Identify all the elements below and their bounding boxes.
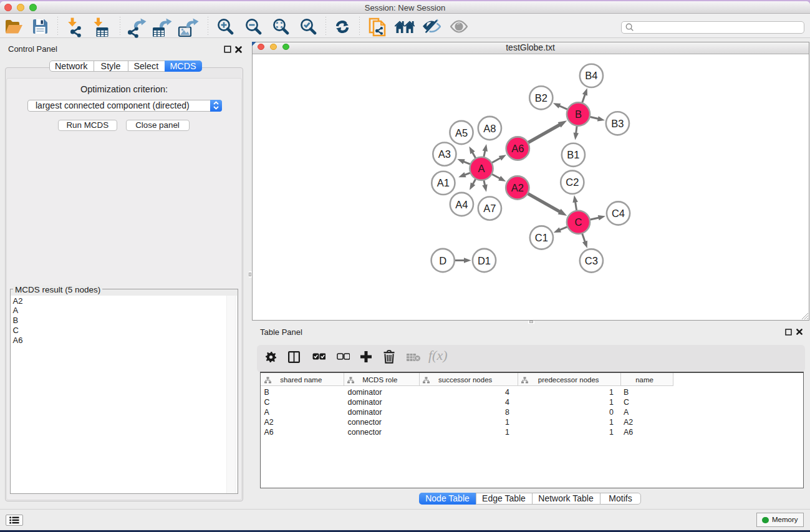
svg-text:A: A xyxy=(478,163,485,174)
svg-text:A7: A7 xyxy=(483,203,496,214)
svg-text:B: B xyxy=(574,109,581,120)
svg-text:C2: C2 xyxy=(566,177,579,188)
svg-text:A1: A1 xyxy=(436,177,449,188)
svg-text:A3: A3 xyxy=(438,148,450,160)
svg-text:A6: A6 xyxy=(511,143,524,154)
svg-text:B3: B3 xyxy=(611,118,624,129)
svg-text:A5: A5 xyxy=(455,127,467,138)
svg-text:A2: A2 xyxy=(511,182,523,193)
svg-text:C1: C1 xyxy=(534,232,547,243)
svg-text:D1: D1 xyxy=(477,255,490,266)
svg-text:A8: A8 xyxy=(483,123,496,134)
svg-text:C: C xyxy=(574,216,582,228)
svg-text:B4: B4 xyxy=(585,70,597,81)
svg-text:C4: C4 xyxy=(611,208,624,219)
svg-text:B1: B1 xyxy=(567,149,579,160)
svg-text:D: D xyxy=(439,255,446,266)
svg-text:C3: C3 xyxy=(584,255,597,266)
svg-text:A4: A4 xyxy=(455,199,468,210)
svg-text:B2: B2 xyxy=(534,92,547,104)
